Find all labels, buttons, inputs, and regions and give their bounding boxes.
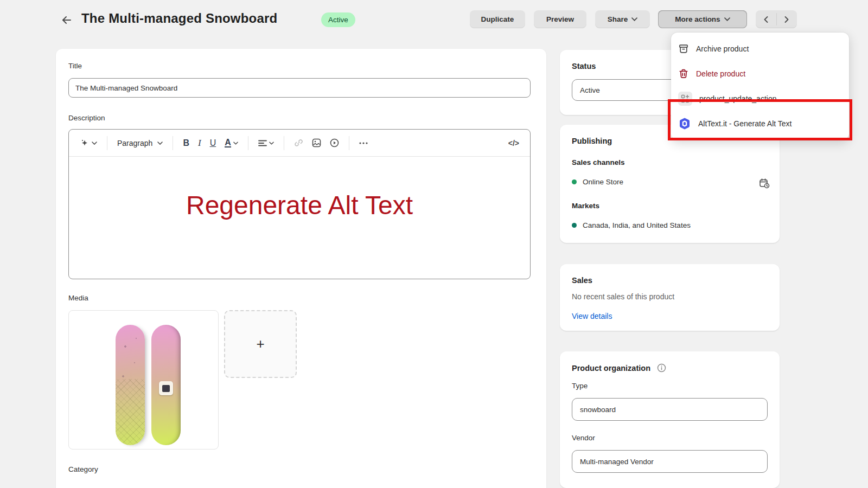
publishing-card: Publishing Sales channels Online Store M… bbox=[560, 125, 780, 243]
menu-item-product-update-action[interactable]: product_update_action bbox=[671, 86, 849, 111]
trash-icon bbox=[678, 68, 689, 79]
toolbar-separator bbox=[107, 136, 107, 150]
preview-button[interactable]: Preview bbox=[534, 10, 586, 28]
sales-heading: Sales bbox=[572, 276, 768, 285]
insert-image-button[interactable] bbox=[309, 135, 324, 151]
status-badge: Active bbox=[321, 12, 355, 27]
share-button[interactable]: Share bbox=[595, 10, 650, 28]
category-label: Category bbox=[68, 465, 98, 473]
product-details-card: Title Description Paragraph B I U A bbox=[56, 49, 546, 488]
page-title: The Multi-managed Snowboard bbox=[81, 11, 277, 26]
align-left-icon bbox=[258, 139, 267, 147]
title-input[interactable] bbox=[68, 78, 531, 98]
duplicate-button[interactable]: Duplicate bbox=[470, 10, 525, 28]
schedule-availability-button[interactable] bbox=[759, 178, 770, 189]
ellipsis-icon bbox=[359, 142, 368, 144]
product-pagination bbox=[756, 10, 797, 28]
snowboard-image-back bbox=[116, 325, 145, 445]
product-organization-heading: Product organization bbox=[572, 364, 650, 373]
menu-item-delete-product[interactable]: Delete product bbox=[671, 61, 849, 86]
markets-item: Canada, India, and United States bbox=[572, 221, 691, 229]
arrow-left-icon bbox=[61, 14, 73, 26]
robot-sticker bbox=[159, 381, 173, 395]
insert-video-button[interactable] bbox=[327, 135, 342, 151]
paragraph-style-dropdown[interactable]: Paragraph bbox=[114, 136, 166, 151]
chevron-right-icon bbox=[784, 16, 789, 23]
vendor-label: Vendor bbox=[572, 434, 595, 442]
media-thumbnail[interactable] bbox=[68, 310, 219, 450]
link-icon bbox=[294, 138, 303, 147]
info-icon[interactable] bbox=[657, 363, 666, 373]
product-organization-card: Product organization Type Vendor bbox=[560, 351, 780, 488]
ai-magic-button[interactable] bbox=[76, 135, 100, 151]
chevron-down-icon bbox=[269, 142, 274, 145]
type-label: Type bbox=[572, 382, 588, 390]
previous-product-button[interactable] bbox=[756, 10, 776, 28]
description-textarea[interactable]: Regenerate Alt Text bbox=[69, 157, 530, 279]
annotation-overlay-text: Regenerate Alt Text bbox=[186, 190, 413, 220]
chevron-down-icon bbox=[92, 142, 97, 145]
menu-item-archive-product[interactable]: Archive product bbox=[671, 36, 849, 61]
markets-label: Markets bbox=[572, 202, 599, 210]
show-html-button[interactable]: </> bbox=[505, 136, 522, 151]
chevron-down-icon bbox=[157, 142, 163, 145]
italic-button[interactable]: I bbox=[195, 134, 205, 152]
sparkle-icon bbox=[80, 138, 90, 148]
toolbar-separator bbox=[173, 136, 173, 150]
more-actions-button[interactable]: More actions bbox=[658, 10, 747, 28]
status-dot-icon bbox=[572, 179, 577, 184]
more-actions-menu: Archive product Delete product product_u… bbox=[671, 33, 849, 140]
media-label: Media bbox=[68, 294, 88, 302]
app-grid-icon bbox=[678, 92, 692, 106]
toolbar-separator bbox=[349, 136, 349, 150]
menu-item-alttext-generate[interactable]: AltText.it - Generate Alt Text bbox=[671, 111, 849, 136]
underline-button[interactable]: U bbox=[207, 135, 220, 151]
toolbar-separator bbox=[248, 136, 248, 150]
vendor-input[interactable] bbox=[572, 450, 768, 473]
alttext-hexagon-icon bbox=[678, 117, 691, 130]
insert-link-button[interactable] bbox=[291, 135, 307, 151]
play-circle-icon bbox=[330, 138, 339, 147]
alignment-button[interactable] bbox=[255, 136, 277, 150]
plus-icon: + bbox=[256, 336, 264, 352]
sales-card: Sales No recent sales of this product Vi… bbox=[560, 264, 780, 331]
back-button[interactable] bbox=[56, 10, 77, 30]
sales-empty-message: No recent sales of this product bbox=[572, 292, 674, 301]
text-color-button[interactable]: A bbox=[221, 135, 241, 151]
view-details-link[interactable]: View details bbox=[572, 312, 612, 320]
bold-button[interactable]: B bbox=[180, 135, 193, 151]
archive-icon bbox=[678, 43, 689, 54]
rich-text-toolbar: Paragraph B I U A bbox=[69, 130, 530, 157]
sales-channel-item: Online Store bbox=[572, 178, 623, 186]
next-product-button[interactable] bbox=[777, 10, 797, 28]
status-dot-icon bbox=[572, 223, 577, 228]
more-formatting-button[interactable] bbox=[356, 139, 371, 147]
chevron-down-icon bbox=[724, 17, 730, 21]
chevron-down-icon bbox=[233, 142, 238, 145]
add-media-button[interactable]: + bbox=[224, 310, 297, 378]
toolbar-separator bbox=[284, 136, 284, 150]
type-input[interactable] bbox=[572, 398, 768, 421]
description-editor: Paragraph B I U A bbox=[68, 129, 531, 279]
calendar-clock-icon bbox=[759, 178, 770, 189]
chevron-down-icon bbox=[631, 17, 637, 21]
snowboard-image-front bbox=[151, 325, 181, 445]
title-label: Title bbox=[68, 62, 82, 70]
chevron-left-icon bbox=[764, 16, 768, 23]
sales-channels-label: Sales channels bbox=[572, 158, 625, 166]
image-icon bbox=[312, 138, 321, 147]
description-label: Description bbox=[68, 114, 105, 122]
